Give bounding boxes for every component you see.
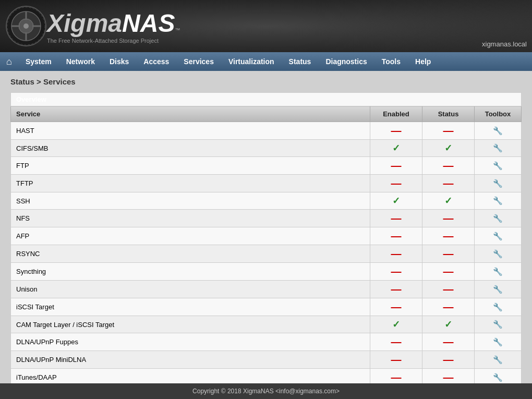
nav-status[interactable]: Status <box>282 52 319 71</box>
col-service: Service <box>11 106 370 122</box>
service-status: — <box>422 281 475 298</box>
dash-icon: — <box>391 160 402 171</box>
service-status: ✓ <box>422 316 475 333</box>
check-icon: ✓ <box>392 196 400 206</box>
service-toolbox[interactable]: 🔧 <box>475 140 522 157</box>
service-toolbox[interactable]: 🔧 <box>475 351 522 369</box>
nav-services[interactable]: Services <box>176 52 221 71</box>
service-status: — <box>422 333 475 351</box>
table-row: HAST——🔧 <box>11 122 522 140</box>
nav-access[interactable]: Access <box>136 52 176 71</box>
service-name: TFTP <box>11 175 370 192</box>
wrench-icon[interactable]: 🔧 <box>493 143 503 152</box>
wrench-icon[interactable]: 🔧 <box>493 285 503 294</box>
wrench-icon[interactable]: 🔧 <box>493 355 503 364</box>
table-row: Unison——🔧 <box>11 281 522 298</box>
table-overview-header: Overview <box>11 93 522 106</box>
table-row: AFP——🔧 <box>11 227 522 245</box>
dash-icon: — <box>391 177 402 189</box>
wrench-icon[interactable]: 🔧 <box>493 337 503 346</box>
service-status: — <box>422 157 475 175</box>
table-row: FTP——🔧 <box>11 157 522 175</box>
dash-icon: — <box>391 230 402 241</box>
dash-icon: — <box>391 265 402 277</box>
wrench-icon[interactable]: 🔧 <box>493 179 503 188</box>
service-name: RSYNC <box>11 245 370 263</box>
breadcrumb-separator: > <box>37 77 43 86</box>
dash-icon: — <box>443 177 454 189</box>
dash-icon: — <box>443 248 454 259</box>
logo-icon <box>5 5 47 47</box>
nav-system[interactable]: System <box>18 52 59 71</box>
logo-subtitle: The Free Network-Attached Storage Projec… <box>47 38 180 44</box>
wrench-icon[interactable]: 🔧 <box>493 267 503 276</box>
col-status: Status <box>422 106 475 122</box>
service-enabled: — <box>370 333 422 351</box>
dash-icon: — <box>391 212 402 224</box>
wrench-icon[interactable]: 🔧 <box>493 196 503 205</box>
service-toolbox[interactable]: 🔧 <box>475 122 522 140</box>
hostname-label: xigmanas.local <box>482 40 527 52</box>
service-name: CAM Target Layer / iSCSI Target <box>11 316 370 333</box>
service-name: iSCSI Target <box>11 298 370 316</box>
dash-icon: — <box>443 160 454 171</box>
wrench-icon[interactable]: 🔧 <box>493 232 503 240</box>
service-toolbox[interactable]: 🔧 <box>475 298 522 316</box>
service-enabled: — <box>370 263 422 281</box>
logo-text: Xigma NAS ™ The Free Network-Attached St… <box>47 9 180 44</box>
wrench-icon[interactable]: 🔧 <box>493 249 503 258</box>
service-enabled: — <box>370 175 422 192</box>
nav-virtualization[interactable]: Virtualization <box>221 52 282 71</box>
service-name: NFS <box>11 210 370 227</box>
service-status: — <box>422 245 475 263</box>
breadcrumb: Status > Services <box>0 71 532 92</box>
service-toolbox[interactable]: 🔧 <box>475 333 522 351</box>
service-toolbox[interactable]: 🔧 <box>475 175 522 192</box>
service-status: — <box>422 351 475 369</box>
dash-icon: — <box>391 371 402 383</box>
dash-icon: — <box>443 336 454 347</box>
wrench-icon[interactable]: 🔧 <box>493 373 503 382</box>
service-toolbox[interactable]: 🔧 <box>475 316 522 333</box>
nav-home[interactable]: ⌂ <box>0 52 18 71</box>
service-toolbox[interactable]: 🔧 <box>475 210 522 227</box>
service-name: Syncthing <box>11 263 370 281</box>
dash-icon: — <box>443 354 454 365</box>
check-icon: ✓ <box>392 143 400 153</box>
service-name: SSH <box>11 192 370 210</box>
nav-help[interactable]: Help <box>408 52 438 71</box>
dash-icon: — <box>391 301 402 312</box>
dash-icon: — <box>443 212 454 224</box>
service-name: Unison <box>11 281 370 298</box>
service-status: ✓ <box>422 192 475 210</box>
service-status: — <box>422 210 475 227</box>
service-toolbox[interactable]: 🔧 <box>475 281 522 298</box>
nav-disks[interactable]: Disks <box>102 52 136 71</box>
dash-icon: — <box>391 248 402 259</box>
table-row: RSYNC——🔧 <box>11 245 522 263</box>
service-enabled: — <box>370 122 422 140</box>
dash-icon: — <box>443 301 454 312</box>
wrench-icon[interactable]: 🔧 <box>493 303 503 311</box>
service-name: AFP <box>11 227 370 245</box>
breadcrumb-parent[interactable]: Status <box>10 77 34 86</box>
dash-icon: — <box>443 371 454 383</box>
wrench-icon[interactable]: 🔧 <box>493 320 503 329</box>
home-icon: ⌂ <box>6 56 12 67</box>
wrench-icon[interactable]: 🔧 <box>493 126 503 135</box>
nav-diagnostics[interactable]: Diagnostics <box>318 52 374 71</box>
wrench-icon[interactable]: 🔧 <box>493 161 503 170</box>
service-toolbox[interactable]: 🔧 <box>475 227 522 245</box>
nav-tools[interactable]: Tools <box>374 52 408 71</box>
service-toolbox[interactable]: 🔧 <box>475 263 522 281</box>
col-enabled: Enabled <box>370 106 422 122</box>
wrench-icon[interactable]: 🔧 <box>493 214 503 223</box>
table-row: SSH✓✓🔧 <box>11 192 522 210</box>
service-toolbox[interactable]: 🔧 <box>475 245 522 263</box>
service-toolbox[interactable]: 🔧 <box>475 192 522 210</box>
service-toolbox[interactable]: 🔧 <box>475 157 522 175</box>
nav-network[interactable]: Network <box>59 52 102 71</box>
service-enabled: ✓ <box>370 316 422 333</box>
service-enabled: — <box>370 157 422 175</box>
dash-icon: — <box>443 265 454 277</box>
